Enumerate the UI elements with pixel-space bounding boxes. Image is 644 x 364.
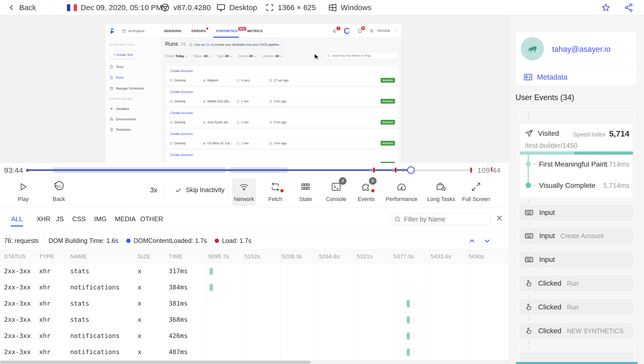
sidebar-item-manage-schedules[interactable]: Manage Schedules (110, 86, 144, 90)
network-tab-xhr[interactable]: XHR (37, 215, 51, 223)
network-tab-css[interactable]: CSS (72, 215, 86, 223)
error-marker[interactable] (373, 168, 375, 173)
recorded-mouse-cursor (314, 54, 320, 60)
network-filter-input[interactable] (404, 216, 487, 223)
network-request-row[interactable]: 2xx-3xxxhrstatsx317ms (0, 263, 509, 279)
monitor-icon (170, 79, 173, 82)
panel-button-long-tasks[interactable]: Long Tasks (426, 180, 456, 202)
network-request-row[interactable]: 2xx-3xxxhrstatsx368ms (0, 312, 509, 328)
network-tab-img[interactable]: IMG (94, 215, 107, 223)
run-name[interactable]: Create Account (170, 111, 193, 115)
filter-device[interactable]: DeviceAll (238, 54, 256, 58)
create-test-button[interactable]: + Create Test (109, 51, 137, 59)
app-tab-metrics[interactable]: METRICS (247, 24, 263, 38)
back-10-button[interactable]: 10 Back (44, 180, 74, 202)
network-tab-all[interactable]: ALL (11, 215, 23, 223)
filter-period[interactable]: PeriodToday (165, 54, 187, 58)
panel-button-events[interactable]: 6 Events (351, 180, 381, 202)
panel-button-state[interactable]: State (290, 180, 321, 202)
run-name[interactable]: Create Account (170, 90, 193, 94)
run-name[interactable]: Create Account (170, 69, 193, 73)
network-request-row[interactable]: 2xx-3xxxhrnotificationsx407ms (0, 344, 509, 360)
network-request-row[interactable]: 2xx-3xxxhrstatsx381ms (0, 295, 509, 312)
kebab-menu-icon[interactable]: ⋮ (394, 28, 398, 33)
timeline-start-dot (26, 169, 29, 172)
run-name[interactable]: Create Account (170, 132, 193, 136)
next-chevron-button[interactable] (483, 237, 491, 245)
network-request-row[interactable]: 2xx-3xxxhrnotificationsx384ms (0, 279, 509, 295)
app-tab-errors[interactable]: ERRORS (191, 24, 208, 38)
back-button[interactable]: Back (8, 0, 36, 15)
playhead[interactable] (407, 166, 415, 174)
terminal-icon: 4 (331, 180, 341, 193)
event-card-input[interactable]: Input (519, 252, 633, 267)
sidebar-item-runs[interactable]: Runs (110, 76, 123, 79)
run-card[interactable]: Create Account Desktop Belgium 4 secs 27… (166, 66, 399, 86)
test-search-box[interactable] (325, 52, 399, 59)
skip-inactivity-toggle[interactable]: Skip Inactivity (175, 186, 225, 194)
run-card[interactable]: Create Account Desktop US West (N. Cal..… (166, 129, 399, 149)
filter-location[interactable]: LocationAll (262, 54, 282, 58)
sidebar-item-templates[interactable]: Templates (110, 128, 131, 131)
panel-button-network[interactable]: Network (229, 180, 259, 202)
notifications-badge: 33 (361, 26, 365, 30)
event-card-clicked[interactable]: ClickedRun (519, 276, 633, 291)
panel-button-fetch[interactable]: Fetch (260, 180, 290, 202)
timeline-progress (27, 169, 407, 171)
event-card-clicked[interactable]: ClickedNEW SYNTHETICS (519, 323, 633, 339)
app-tab-synthetics[interactable]: SYNTHETICSNEW (216, 24, 246, 38)
notifications-button[interactable]: 33 (357, 28, 363, 34)
error-marker[interactable] (395, 168, 397, 173)
favorite-button[interactable] (601, 0, 611, 15)
settings-button[interactable] (369, 28, 374, 34)
network-tab-other[interactable]: OTHER (140, 215, 163, 223)
speed-toggle[interactable]: 3x (150, 186, 157, 194)
scrollbar-thumb[interactable] (0, 361, 311, 364)
network-request-row[interactable]: 2xx-3xxxhrnotificationsx426ms (0, 328, 509, 344)
play-button[interactable]: Play (8, 180, 38, 202)
announcements-button[interactable]: 1 (332, 28, 338, 34)
keyboard-icon (525, 208, 534, 217)
panel-button-performance[interactable]: Performance (386, 180, 417, 202)
network-filter-box[interactable] (390, 213, 491, 225)
stopwatch-icon (236, 142, 240, 145)
run-name[interactable]: Create Account (170, 153, 193, 157)
run-card[interactable]: Create Account Desktop Middle East (Ba..… (166, 87, 399, 107)
horizontal-scrollbar[interactable] (0, 360, 509, 364)
project-selector[interactable]: All Projects (122, 24, 170, 38)
divider (366, 27, 366, 34)
filter-type[interactable]: TypeAll (217, 54, 232, 58)
share-button[interactable] (624, 0, 633, 15)
event-card-partial[interactable] (519, 353, 633, 362)
user-menu[interactable]: KRAIEM (378, 29, 390, 33)
test-search-input[interactable] (332, 54, 396, 57)
cli-link[interactable]: CLI (206, 43, 211, 47)
sidebar-item-tests[interactable]: Tests (110, 65, 123, 69)
events-count-badge: 6 (369, 177, 377, 185)
metadata-button[interactable]: Metadata (523, 72, 567, 82)
app-tab-sessions[interactable]: SESSIONS (164, 24, 181, 38)
event-card-clicked[interactable]: ClickedRun (519, 299, 633, 315)
event-card-input[interactable]: InputCreate Account (519, 228, 633, 244)
col-t6: 5433.6s (431, 253, 451, 260)
run-card[interactable]: Create Account Desktop Canada (Central) … (166, 150, 399, 163)
panel-button-full-screen[interactable]: Full Screen (461, 180, 491, 202)
player-bar: 93:44 109:44 Play 10 Back 3x (0, 163, 509, 207)
close-icon[interactable]: ✕ (496, 213, 503, 223)
visited-event-card[interactable]: Visited Speed Index 5,714 /test-builder/… (519, 123, 633, 198)
timeline[interactable]: 93:44 109:44 (0, 163, 509, 177)
network-tab-media[interactable]: MEDIA (115, 215, 136, 223)
run-card[interactable]: Create Account Desktop Asia Pacific (M..… (166, 108, 399, 128)
sidebar-item-environments[interactable]: Environments (110, 117, 136, 121)
event-card-input[interactable]: Input (519, 205, 633, 220)
filter-status[interactable]: StatusAll (193, 54, 210, 58)
user-email-link[interactable]: tahay@asayer.io (552, 45, 610, 54)
session-date: Dec 09, 2020, 05:10 PM (67, 0, 162, 15)
network-tab-js[interactable]: JS (56, 215, 64, 223)
col-time: TIME (169, 253, 183, 260)
star-icon (601, 3, 611, 12)
prev-chevron-button[interactable] (468, 237, 476, 245)
panel-button-console[interactable]: 4 Console (321, 180, 351, 202)
error-marker[interactable] (470, 168, 472, 173)
sidebar-item-variables[interactable]: Variables (110, 107, 129, 111)
